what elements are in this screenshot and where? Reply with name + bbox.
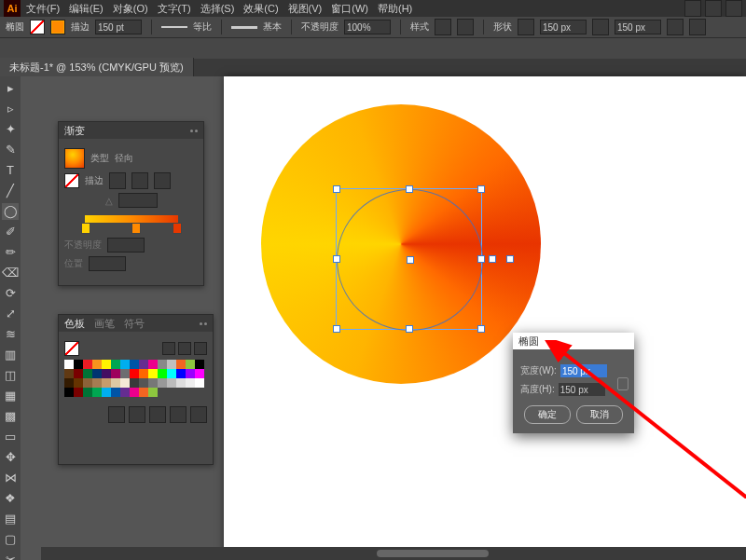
swatch-cell[interactable] [111,360,120,369]
swatch-cell[interactable] [167,360,176,369]
extra-icon-2[interactable] [689,19,706,35]
swatch-list-icon[interactable] [194,342,207,355]
swatch-cell[interactable] [167,378,176,388]
swatch-cell[interactable] [158,360,167,369]
swatch-cell[interactable] [83,378,92,388]
artboard-tool[interactable]: ▢ [2,531,19,548]
perspective-tool[interactable]: ▦ [2,388,19,404]
swatch-library-icon[interactable] [108,406,125,423]
menu-type[interactable]: 文字(T) [158,2,191,16]
swatch-options-icon[interactable] [129,406,145,423]
swatch-cell[interactable] [195,360,204,369]
swatch-cell[interactable] [148,388,158,397]
gradient-stroke-swatch[interactable] [64,173,79,188]
swatch-cell[interactable] [74,369,83,378]
swatch-cell[interactable] [130,378,139,388]
gradient-stop[interactable] [81,223,90,234]
shape-builder-tool[interactable]: ◫ [2,367,19,384]
swatch-cell[interactable] [130,388,139,397]
swatch-cell[interactable] [176,360,186,369]
stroke-swatch[interactable] [50,20,65,34]
swatch-cell[interactable] [148,360,158,369]
height-field-top[interactable] [615,20,661,34]
swatch-cell[interactable] [92,369,102,378]
line-tool[interactable]: ╱ [2,183,19,199]
resize-handle[interactable] [406,325,413,333]
gradient-angle-field[interactable] [118,193,158,208]
width-tool[interactable]: ≋ [2,326,19,343]
gradient-panel-tab[interactable]: 渐变 [64,124,85,138]
swatch-cell[interactable] [148,369,158,378]
ellipse-tool[interactable]: ◯ [2,203,19,220]
horizontal-scrollbar[interactable] [41,547,746,560]
gradient-panel[interactable]: 渐变 类型 径向 描边 △ [58,121,204,286]
stroke-mode-2-icon[interactable] [131,172,148,189]
swatch-cell[interactable] [111,378,120,388]
arrange-icon[interactable] [705,0,722,17]
pencil-tool[interactable]: ✏ [2,244,19,261]
swatch-view-icon[interactable] [162,342,175,355]
swatch-cell[interactable] [139,388,148,397]
brush-preview-icon[interactable] [231,26,257,29]
resize-handle[interactable] [477,185,485,193]
swatch-cell[interactable] [158,369,167,378]
swatch-cell[interactable] [186,378,195,388]
new-group-icon[interactable] [170,406,186,423]
new-swatch-icon[interactable] [149,406,166,423]
link-wh-icon[interactable] [592,19,609,35]
free-transform-tool[interactable]: ▥ [2,347,19,363]
fill-stroke-mini-icon[interactable] [64,341,79,356]
symbol-tool[interactable]: ❖ [2,490,19,507]
resize-handle[interactable] [406,185,413,193]
scrollbar-thumb[interactable] [377,550,489,557]
gradient-stop-position-field[interactable] [89,256,126,271]
slice-tool[interactable]: ✂ [2,552,19,560]
swatch-cell[interactable] [120,369,130,378]
swatch-cell[interactable] [139,369,148,378]
mesh-tool[interactable]: ▩ [2,408,19,425]
gradient-slider[interactable] [85,215,178,223]
fill-swatch[interactable] [30,20,45,34]
brushes-tab[interactable]: 画笔 [94,317,115,331]
graph-tool[interactable]: ▤ [2,511,19,527]
cancel-button[interactable]: 取消 [576,405,623,424]
menu-select[interactable]: 选择(S) [200,2,235,16]
type-tool[interactable]: T [2,162,19,179]
recolor-icon[interactable] [435,19,451,35]
swatch-cell[interactable] [83,369,92,378]
swatch-cell[interactable] [120,360,130,369]
menu-window[interactable]: 窗口(W) [331,2,368,16]
pen-tool[interactable]: ✎ [2,142,19,158]
widget-handle[interactable] [506,255,514,263]
swatch-cell[interactable] [130,369,139,378]
swatches-tab[interactable]: 色板 [64,317,85,331]
eyedropper-tool[interactable]: ✥ [2,449,19,466]
stroke-mode-3-icon[interactable] [154,172,171,189]
transform-icon[interactable] [457,19,474,35]
swatch-cell[interactable] [186,360,195,369]
swatch-cell[interactable] [111,388,120,397]
resize-handle[interactable] [477,325,485,333]
swatch-cell[interactable] [92,360,102,369]
swatch-cell[interactable] [92,378,102,388]
gradient-stop[interactable] [173,223,182,234]
swatches-panel[interactable]: 色板 画笔 符号 [58,314,214,465]
swatch-cell[interactable] [74,378,83,388]
menu-file[interactable]: 文件(F) [26,2,60,16]
symbols-tab[interactable]: 符号 [124,317,145,331]
swatch-cell[interactable] [195,378,204,388]
direct-selection-tool[interactable]: ▹ [2,101,19,117]
pref-label[interactable]: 样式 [410,20,429,34]
widget-handle[interactable] [489,255,496,263]
swatch-cell[interactable] [176,369,186,378]
selection-tool[interactable]: ▸ [2,80,19,97]
ellipse-dialog[interactable]: 椭圆 宽度(W): 高度(H): 确定 取消 [513,333,634,433]
swatch-cell[interactable] [139,378,148,388]
stroke-preview-icon[interactable] [161,26,187,28]
swatch-cell[interactable] [120,378,130,388]
swatch-cell[interactable] [102,388,111,397]
swatch-cell[interactable] [120,388,130,397]
gradient-type-value[interactable]: 径向 [115,152,133,165]
swatch-cell[interactable] [111,369,120,378]
menu-object[interactable]: 对象(O) [113,2,148,16]
